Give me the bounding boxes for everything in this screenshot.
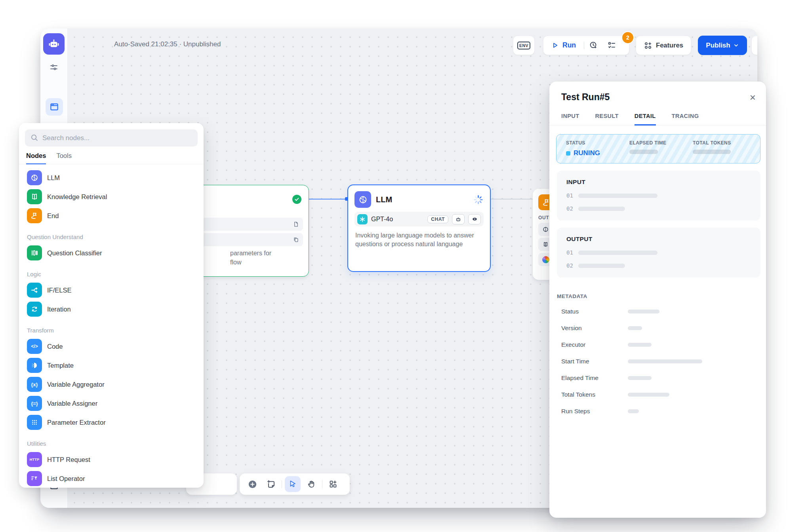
- node-item-question-classifier[interactable]: Question Classifier: [24, 243, 199, 262]
- add-note-button[interactable]: [263, 476, 279, 492]
- total-tokens-label: TOTAL TOKENS: [693, 140, 756, 146]
- node-item-http-request[interactable]: HTTP HTTP Request: [24, 450, 199, 469]
- schedule-button[interactable]: [584, 41, 602, 50]
- filter-icon: [27, 471, 42, 486]
- metadata-row: Status: [561, 303, 766, 320]
- openai-icon: [357, 214, 368, 224]
- skeleton-bar: [578, 264, 625, 268]
- env-button[interactable]: ENV: [513, 36, 535, 55]
- play-icon: [551, 42, 559, 49]
- edge-knowledge-to-llm[interactable]: [307, 199, 347, 200]
- input-title: INPUT: [566, 179, 751, 186]
- node-description-fragment: flow: [230, 258, 241, 267]
- skeleton-bar: [628, 343, 652, 347]
- chevron-down-icon: [733, 42, 739, 48]
- tab-tracing[interactable]: TRACING: [672, 113, 699, 125]
- document-icon: [293, 221, 299, 227]
- search-nodes-input[interactable]: [25, 129, 198, 146]
- agent-badge[interactable]: [452, 214, 465, 224]
- workflow-settings-icon[interactable]: [48, 62, 59, 73]
- http-icon: HTTP: [27, 452, 42, 467]
- skeleton-bar: [693, 150, 731, 154]
- env-icon: ENV: [517, 42, 530, 49]
- node-item-iteration[interactable]: Iteration: [24, 300, 199, 319]
- llm-node-icon: [354, 191, 371, 208]
- metadata-row: Run Steps: [561, 403, 766, 420]
- run-panel-tabs: INPUT RESULT DETAIL TRACING: [549, 103, 766, 125]
- node-title: LLM: [376, 195, 468, 204]
- organize-blocks-button[interactable]: [325, 476, 341, 492]
- blocks-panel-button[interactable]: [46, 98, 63, 116]
- run-status-card: STATUS RUNING ELAPSED TIME TOTAL TOKENS: [556, 134, 760, 163]
- node-item-code[interactable]: </> Code: [24, 337, 199, 356]
- skeleton-bar: [628, 409, 639, 413]
- skeleton-bar: [578, 251, 658, 255]
- clock-play-icon: [589, 41, 598, 50]
- book-icon: [27, 189, 42, 204]
- canvas-toolbar: [240, 473, 350, 495]
- publish-button[interactable]: Publish: [698, 36, 747, 55]
- section-header: Utilities: [24, 432, 199, 450]
- edge-llm-to-end[interactable]: [489, 199, 533, 200]
- running-spinner-icon: [473, 194, 484, 205]
- book-mini-icon: [542, 241, 549, 248]
- node-item-variable-aggregator[interactable]: {x} Variable Aggregator: [24, 375, 199, 394]
- metadata-row: Start Time: [561, 353, 766, 370]
- node-item-knowledge-retrieval[interactable]: Knowledge Retrieval: [24, 187, 199, 206]
- autosave-status: Auto-Saved 21:02:35 · Unpublished: [114, 40, 221, 48]
- node-item-list-operator[interactable]: List Operator: [24, 469, 199, 488]
- divider: [282, 480, 282, 488]
- loop-icon: [27, 302, 42, 317]
- braces-equals-icon: {=}: [27, 396, 42, 411]
- metadata-row: Total Tokens: [561, 386, 766, 403]
- run-toolbar: Run: [543, 36, 629, 55]
- history-button[interactable]: [751, 36, 757, 55]
- features-button[interactable]: Features: [636, 36, 691, 55]
- app-logo[interactable]: [43, 33, 65, 55]
- documents-icon: [293, 237, 299, 243]
- metadata-row: Elapsed Time: [561, 370, 766, 386]
- notification-badge: 2: [621, 31, 634, 44]
- tab-detail[interactable]: DETAIL: [635, 113, 656, 125]
- tab-result[interactable]: RESULT: [595, 113, 619, 125]
- section-header: Question Understand: [24, 225, 199, 243]
- model-selector[interactable]: GPT-4o CHAT: [354, 212, 484, 226]
- vision-badge[interactable]: [468, 214, 481, 224]
- tab-input[interactable]: INPUT: [561, 113, 579, 125]
- test-run-panel: Test Run#5 × INPUT RESULT DETAIL TRACING…: [549, 82, 766, 518]
- hand-tool-button[interactable]: [303, 476, 319, 492]
- branch-icon: [27, 283, 42, 298]
- llm-node[interactable]: LLM: [347, 184, 491, 272]
- check-icon: [294, 197, 299, 202]
- close-icon[interactable]: ×: [750, 93, 756, 101]
- node-item-variable-assigner[interactable]: {=} Variable Assigner: [24, 394, 199, 413]
- elapsed-time-label: ELAPSED TIME: [629, 140, 693, 146]
- node-item-if-else[interactable]: IF/ELSE: [24, 281, 199, 300]
- llm-icon: [27, 170, 42, 185]
- tab-tools[interactable]: Tools: [56, 152, 72, 164]
- model-name: GPT-4o: [371, 216, 424, 223]
- node-item-llm[interactable]: LLM: [24, 168, 199, 187]
- row-number: 02: [566, 262, 573, 269]
- skeleton-bar: [628, 393, 669, 397]
- success-check-badge: [292, 195, 301, 204]
- checklist-icon: [607, 41, 616, 50]
- add-node-button[interactable]: [244, 476, 260, 492]
- plus-circle-icon: [248, 479, 257, 489]
- flag-icon: [27, 208, 42, 223]
- node-item-parameter-extractor[interactable]: Parameter Extractor: [24, 413, 199, 432]
- run-button[interactable]: Run: [543, 41, 584, 49]
- dots-grid-icon: [27, 415, 42, 430]
- pointer-tool-button[interactable]: [285, 476, 301, 492]
- running-dot: [566, 151, 570, 156]
- features-icon: [644, 41, 652, 50]
- node-item-end[interactable]: End: [24, 206, 199, 225]
- node-item-template[interactable]: Template: [24, 356, 199, 375]
- checklist-button[interactable]: [602, 41, 621, 50]
- status-value: RUNING: [574, 149, 600, 157]
- panel-title: Test Run#5: [561, 92, 750, 103]
- node-list: LLM Knowledge Retrieval End Question Und…: [19, 164, 204, 488]
- chat-mode-badge: CHAT: [427, 215, 448, 223]
- code-icon: </>: [27, 339, 42, 354]
- tab-nodes[interactable]: Nodes: [26, 152, 46, 164]
